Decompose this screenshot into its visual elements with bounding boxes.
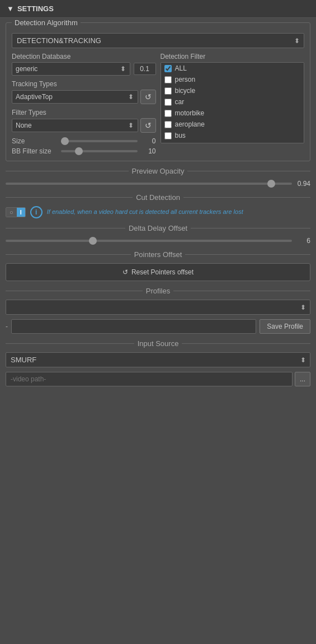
tracking-select[interactable]: AdaptiveTop [12, 90, 138, 104]
filter-label-aeroplane: aeroplane [175, 120, 205, 128]
profile-name-input[interactable] [11, 319, 256, 334]
profiles-dash: - [6, 323, 8, 330]
delta-delay-slider[interactable] [6, 240, 292, 242]
filter-types-label: Filter Types [12, 109, 156, 116]
filter-types-select[interactable]: None [12, 119, 138, 132]
header-title: SETTINGS [17, 4, 54, 13]
settings-header: ▼ SETTINGS [0, 0, 316, 18]
bb-filter-value: 10 [142, 147, 156, 155]
cut-detection-toggle[interactable]: ○ I [6, 207, 26, 217]
delta-delay-offset-section: Delta Delay Offset 6 [6, 224, 310, 245]
bb-filter-slider[interactable] [61, 150, 138, 152]
filter-checkbox-bicycle[interactable] [164, 87, 172, 95]
filter-refresh-button[interactable]: ↺ [140, 118, 156, 133]
database-value-input[interactable] [134, 63, 156, 75]
pointers-offset-title: Pointers Offset [134, 250, 182, 259]
filter-item-bicycle[interactable]: bicycle [161, 85, 304, 96]
filter-checkbox-person[interactable] [164, 76, 172, 83]
detection-filter-label: Detection Filter [161, 53, 305, 60]
filter-checkbox-train[interactable] [164, 143, 172, 144]
reset-pointers-button[interactable]: ↺ Reset Pointers offset [6, 263, 310, 281]
preview-opacity-section: Preview Opacity 0.94 [6, 167, 310, 188]
bb-filter-label: BB Filter size [12, 147, 56, 155]
detection-database-label: Detection Database [12, 53, 156, 60]
filter-item-person[interactable]: person [161, 74, 304, 85]
detection-algorithm-title: Detection Algorithm [12, 18, 81, 27]
filter-label-bus: bus [175, 132, 186, 139]
filter-checkbox-car[interactable] [164, 99, 172, 106]
database-select[interactable]: generic [12, 62, 130, 76]
browse-button[interactable]: ... [295, 372, 310, 386]
opacity-value: 0.94 [296, 180, 310, 188]
cut-detection-title: Cut Detection [136, 193, 180, 202]
input-source-select[interactable]: SMURF [6, 352, 310, 367]
filter-item-bus[interactable]: bus [161, 130, 304, 141]
input-source-title: Input Source [138, 339, 179, 348]
filter-label-motorbike: motorbike [175, 109, 205, 117]
detection-filter-list: ALL person bicycle car [161, 62, 305, 143]
preview-opacity-title: Preview Opacity [132, 167, 185, 175]
algorithm-select-wrapper: DETECTION&TRACKING [12, 33, 304, 48]
filter-label-person: person [175, 76, 196, 83]
header-arrow: ▼ [7, 4, 14, 13]
filter-item-aeroplane[interactable]: aeroplane [161, 119, 304, 130]
tracking-select-wrapper: AdaptiveTop [12, 90, 138, 104]
filter-checkbox-aeroplane[interactable] [164, 121, 172, 128]
filter-item-train[interactable]: train [161, 141, 304, 143]
tracking-refresh-button[interactable]: ↺ [140, 90, 156, 104]
size-label: Size [12, 137, 56, 145]
filter-checkbox-motorbike[interactable] [164, 110, 172, 117]
database-select-wrapper: generic [12, 62, 130, 76]
filter-label-all: ALL [175, 64, 187, 72]
profiles-section: Profiles - Save Profile [6, 287, 310, 334]
input-source-section: Input Source SMURF ... [6, 339, 310, 386]
filter-label-car: car [175, 98, 185, 106]
toggle-off-option[interactable]: ○ [6, 208, 17, 217]
save-profile-button[interactable]: Save Profile [260, 319, 310, 334]
filter-types-select-wrapper: None [12, 119, 138, 132]
reset-label: Reset Pointers offset [131, 268, 194, 276]
opacity-slider[interactable] [6, 183, 292, 185]
filter-checkbox-all[interactable] [164, 65, 172, 72]
size-slider[interactable] [61, 140, 138, 142]
detection-algorithm-section: Detection Algorithm DETECTION&TRACKING D… [6, 22, 310, 161]
filter-label-train: train [175, 143, 188, 143]
video-path-input[interactable] [6, 372, 293, 386]
profiles-select[interactable] [6, 300, 310, 315]
toggle-on-option[interactable]: I [17, 208, 25, 217]
cut-detection-section: Cut Detection ○ I i If enabled, when a v… [6, 193, 310, 218]
profiles-title: Profiles [146, 287, 170, 295]
filter-item-motorbike[interactable]: motorbike [161, 108, 304, 119]
size-value: 0 [142, 137, 156, 145]
profiles-select-wrapper [6, 300, 310, 315]
cut-detection-info-button[interactable]: i [30, 206, 43, 218]
algorithm-select[interactable]: DETECTION&TRACKING [12, 33, 304, 48]
filter-item-all[interactable]: ALL [161, 63, 304, 74]
filter-item-car[interactable]: car [161, 96, 304, 108]
cut-detection-info-text: If enabled, when a video hard cut is det… [47, 208, 243, 216]
tracking-types-label: Tracking Types [12, 80, 156, 88]
reset-icon: ↺ [122, 268, 128, 276]
delta-delay-value: 6 [296, 237, 310, 245]
filter-checkbox-bus[interactable] [164, 132, 172, 139]
input-source-select-wrapper: SMURF [6, 352, 310, 367]
pointers-offset-section: Pointers Offset ↺ Reset Pointers offset [6, 250, 310, 281]
delta-delay-title: Delta Delay Offset [129, 224, 187, 232]
filter-label-bicycle: bicycle [175, 87, 196, 95]
